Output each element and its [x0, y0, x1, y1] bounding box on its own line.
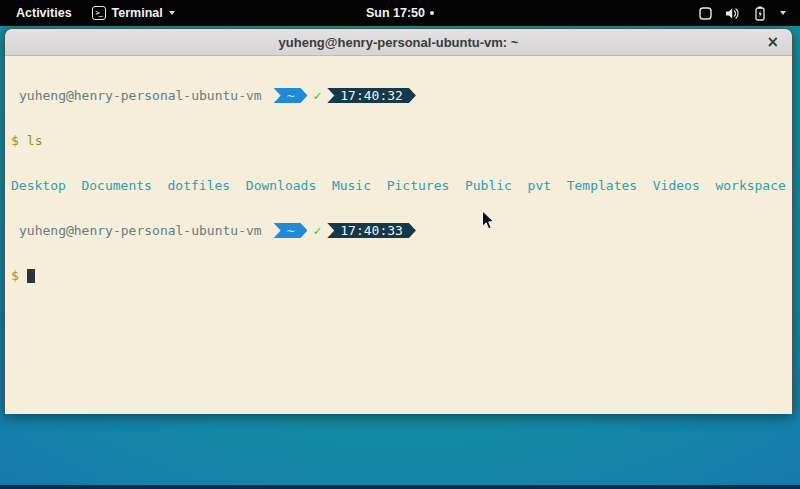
top-bar: Activities >_ Terminal Sun 17:50: [0, 0, 800, 26]
clock-button[interactable]: Sun 17:50: [366, 6, 434, 20]
desktop-background: yuheng@henry-personal-ubuntu-vm: ~ × yuh…: [0, 26, 800, 489]
prompt-path-segment: ~: [274, 223, 308, 238]
prompt-line: yuheng@henry-personal-ubuntu-vm~✓17:40:3…: [11, 223, 792, 238]
system-status-area[interactable]: [699, 6, 800, 21]
window-titlebar[interactable]: yuheng@henry-personal-ubuntu-vm: ~ ×: [5, 29, 792, 56]
window-title: yuheng@henry-personal-ubuntu-vm: ~: [279, 35, 519, 50]
input-line: $: [11, 268, 792, 283]
prompt-time-segment: 17:40:33: [327, 223, 416, 238]
app-menu[interactable]: >_ Terminal: [92, 6, 175, 20]
terminal-content[interactable]: yuheng@henry-personal-ubuntu-vm~✓17:40:3…: [5, 56, 792, 414]
prompt-user: yuheng@henry-personal-ubuntu-vm: [19, 223, 262, 238]
bottom-edge-strip: [0, 485, 800, 489]
battery-charging-icon: [753, 6, 767, 21]
close-button[interactable]: ×: [766, 35, 779, 50]
activities-button[interactable]: Activities: [10, 4, 78, 22]
terminal-cursor: [27, 269, 35, 283]
prompt-user: yuheng@henry-personal-ubuntu-vm: [19, 88, 262, 103]
terminal-app-icon: >_: [92, 6, 106, 20]
ls-output-line: Desktop Documents dotfiles Downloads Mus…: [11, 178, 792, 193]
volume-icon: [725, 7, 740, 20]
command-line: $ls: [11, 133, 792, 148]
chevron-down-icon: [780, 11, 786, 15]
app-menu-label: Terminal: [112, 6, 163, 20]
prompt-path-segment: ~: [274, 88, 308, 103]
prompt-time-segment: 17:40:32: [327, 88, 416, 103]
typed-command: ls: [27, 133, 43, 148]
notification-dot-icon: [430, 11, 434, 15]
prompt-line: yuheng@henry-personal-ubuntu-vm~✓17:40:3…: [11, 88, 792, 103]
prompt-symbol: $: [11, 268, 19, 283]
clock-label: Sun 17:50: [366, 6, 425, 20]
check-icon: ✓: [313, 223, 321, 238]
check-icon: ✓: [313, 88, 321, 103]
chevron-down-icon: [169, 11, 175, 15]
prompt-symbol: $: [11, 133, 19, 148]
terminal-window: yuheng@henry-personal-ubuntu-vm: ~ × yuh…: [4, 28, 793, 414]
screen-icon: [699, 7, 712, 20]
